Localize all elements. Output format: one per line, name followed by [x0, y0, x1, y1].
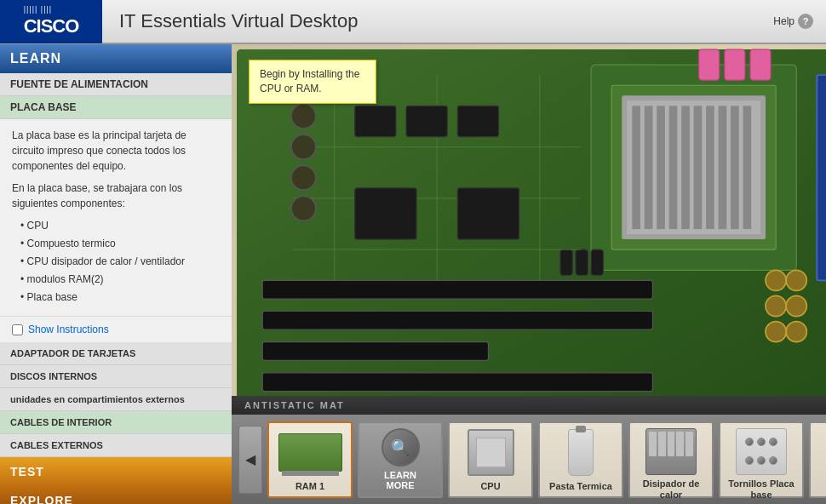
svg-rect-38 [406, 106, 447, 136]
disipador-icon-area [634, 428, 708, 475]
sidebar-item-placa[interactable]: PLACA BASE [0, 96, 232, 119]
sidebar-item-cables-ext[interactable]: CABLES EXTERNOS [0, 434, 232, 457]
svg-point-48 [766, 295, 786, 316]
bullet-cpu: CPU [20, 218, 220, 233]
pasta-icon-area [543, 428, 618, 478]
sidebar-item-adaptador[interactable]: ADAPTADOR DE TARJETAS [0, 342, 232, 365]
help-icon[interactable]: ? [798, 14, 813, 29]
disipador-fins [646, 429, 696, 459]
ram1-icon [278, 433, 342, 472]
svg-rect-6 [817, 75, 826, 280]
svg-rect-24 [699, 49, 720, 80]
cable-icon-area [814, 428, 826, 490]
tornillos-label: Tornillos Placa base [724, 478, 799, 501]
pasta-label: Pasta Termica [549, 481, 612, 492]
disipador-icon [645, 428, 697, 475]
svg-rect-19 [694, 106, 703, 229]
svg-rect-41 [457, 188, 519, 239]
sidebar-item-unidades[interactable]: unidades en compartimientos externos [0, 388, 232, 411]
sidebar: LEARN FUENTE DE ALIMENTACION PLACA BASE … [0, 44, 232, 504]
screw3 [769, 438, 777, 446]
help-button[interactable]: Help ? [773, 14, 813, 29]
help-label: Help [773, 15, 794, 27]
svg-rect-27 [560, 249, 572, 275]
svg-rect-5 [262, 373, 652, 392]
svg-point-46 [766, 270, 786, 290]
svg-point-51 [786, 322, 806, 342]
tooltip-box: Begin by Installing the CPU or RAM. [249, 60, 376, 104]
svg-rect-25 [725, 49, 745, 80]
fin1 [649, 432, 657, 456]
screw1 [745, 438, 754, 446]
top-bar: ||||| |||| CISCO IT Essentials Virtual D… [0, 0, 826, 44]
show-instructions-label[interactable]: Show Instructions [28, 324, 109, 335]
svg-rect-40 [355, 188, 416, 239]
pasta-icon [568, 429, 594, 476]
tool-ram1[interactable]: RAM 1 [267, 421, 353, 498]
sidebar-para2: En la placa base, se trabajara con los s… [12, 180, 220, 211]
sidebar-para1: La placa base es la principal tarjeta de… [12, 128, 220, 174]
svg-rect-37 [355, 106, 396, 136]
tooltip-text: Begin by Installing the CPU or RAM. [260, 68, 359, 94]
svg-point-50 [766, 322, 786, 342]
svg-rect-22 [731, 106, 739, 229]
sidebar-test-button[interactable]: TEST [0, 457, 232, 486]
sidebar-content: La placa base es la principal tarjeta de… [0, 119, 232, 316]
svg-rect-26 [750, 49, 771, 80]
cisco-logo-text: CISCO [24, 15, 79, 37]
svg-point-47 [786, 270, 806, 290]
svg-rect-15 [645, 106, 653, 229]
sidebar-explore-button[interactable]: EXPLORE [0, 486, 232, 504]
sidebar-item-discos[interactable]: DISCOS INTERNOS [0, 365, 232, 388]
bullet-placa: Placa base [20, 289, 220, 305]
learn-more-label: LEARNMORE [384, 470, 416, 490]
show-instructions-checkbox[interactable] [12, 324, 23, 335]
ram1-icon-area [272, 428, 347, 478]
svg-point-44 [291, 165, 316, 190]
bullet-compuesto: Compuesto termico [20, 236, 220, 251]
main-layout: LEARN FUENTE DE ALIMENTACION PLACA BASE … [0, 44, 826, 504]
antistatic-label: ANTISTATIC MAT [244, 400, 345, 410]
sidebar-item-cables-int[interactable]: CABLES DE INTERIOR [0, 411, 232, 434]
svg-point-45 [291, 196, 316, 220]
sidebar-bullets: CPU Compuesto termico CPU disipador de c… [12, 218, 220, 305]
fin4 [676, 432, 684, 456]
motherboard-view: Begin by Installing the CPU or RAM. [232, 44, 826, 396]
fin5 [685, 432, 693, 456]
cisco-logo-area: ||||| |||| CISCO [0, 0, 102, 43]
cpu-icon-area [453, 428, 528, 478]
svg-rect-20 [706, 106, 714, 229]
tornillos-icon [736, 428, 787, 475]
svg-rect-2 [262, 280, 652, 299]
tool-pasta[interactable]: Pasta Termica [538, 421, 623, 498]
ram1-label: RAM 1 [295, 481, 324, 492]
fin2 [658, 432, 666, 456]
svg-point-42 [291, 104, 316, 129]
svg-rect-23 [743, 106, 752, 229]
show-instructions-area: Show Instructions [0, 316, 232, 342]
svg-rect-3 [262, 312, 652, 330]
bullet-ram: modulos RAM(2) [20, 272, 220, 287]
fin3 [668, 432, 675, 456]
tool-learn-more[interactable]: 🔍 LEARNMORE [358, 421, 443, 498]
svg-rect-14 [632, 106, 640, 229]
tool-cpu[interactable]: CPU [448, 421, 533, 498]
sidebar-item-fuente[interactable]: FUENTE DE ALIMENTACION [0, 73, 232, 96]
nav-left-arrow[interactable]: ◀ [238, 426, 262, 494]
tool-disipador[interactable]: Disipador de calor [628, 421, 714, 498]
svg-rect-21 [719, 106, 727, 229]
cisco-bars-icon: ||||| |||| [24, 5, 79, 14]
screw5 [757, 456, 766, 465]
screw2 [757, 438, 766, 446]
svg-rect-16 [657, 106, 665, 229]
svg-rect-39 [457, 106, 498, 136]
svg-point-43 [291, 135, 316, 159]
tool-cable[interactable] [809, 421, 826, 498]
tool-tornillos[interactable]: Tornillos Placa base [719, 421, 804, 498]
app-title: IT Essentials Virtual Desktop [119, 10, 358, 32]
svg-rect-4 [262, 342, 488, 361]
screw6 [769, 456, 777, 465]
cpu-icon [467, 429, 514, 476]
tools-items: RAM 1 🔍 LEARNMORE CPU [262, 421, 826, 498]
antistatic-bar: ANTISTATIC MAT [232, 396, 826, 415]
